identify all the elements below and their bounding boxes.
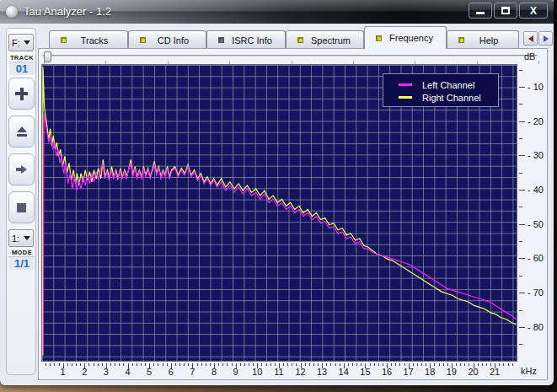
axis-tick (305, 363, 306, 366)
axis-tick (309, 363, 310, 366)
track-number: 01 (9, 62, 35, 75)
add-button[interactable] (8, 78, 35, 110)
axis-tick (253, 363, 254, 366)
x-axis-tick-label: 7 (184, 367, 201, 377)
axis-tick (395, 363, 396, 366)
axis-tick (46, 363, 46, 366)
plus-icon (15, 88, 28, 100)
axis-tick (292, 363, 292, 366)
axis-tick (98, 363, 99, 366)
spectrum-lines (42, 65, 518, 362)
axis-tick (482, 363, 483, 366)
axis-tick (158, 363, 158, 366)
tab-cd-info[interactable]: CD Info (128, 30, 206, 49)
axis-tick (399, 363, 400, 366)
axis-tick (206, 363, 206, 366)
tab-isrc-info[interactable]: ISRC Info (206, 30, 286, 49)
axis-tick (519, 310, 522, 311)
axis-tick (72, 363, 72, 366)
minimize-button[interactable] (469, 3, 492, 19)
axis-tick (519, 293, 525, 293)
axis-tick (519, 258, 525, 259)
axis-tick (486, 363, 487, 366)
x-axis-unit: kHz (521, 366, 537, 376)
y-axis-tick-label: - 50 (528, 219, 544, 229)
axis-tick (296, 363, 297, 366)
axis-tick (370, 363, 371, 366)
axis-tick (266, 363, 267, 366)
axis-tick (287, 363, 288, 366)
zoom-slider[interactable] (42, 55, 538, 58)
axis-tick (519, 173, 522, 174)
x-axis-tick-label: 17 (400, 367, 417, 377)
axis-tick (519, 138, 522, 139)
tab-led-icon (458, 37, 464, 43)
maximize-button[interactable] (494, 3, 517, 19)
axis-tick (340, 363, 340, 366)
tab-led-icon (61, 37, 67, 43)
close-button[interactable]: X (519, 3, 548, 19)
axis-tick (179, 363, 180, 366)
axis-tick (102, 363, 103, 366)
axis-tick (499, 363, 500, 366)
x-axis-tick-label: 12 (292, 367, 309, 377)
x-axis-tick-label: 5 (141, 367, 158, 377)
legend: Left Channel Right Channel (383, 73, 499, 107)
legend-label: Right Channel (422, 93, 481, 103)
mode-select[interactable]: 1: (8, 229, 34, 247)
title-bar[interactable]: Tau Analyzer - 1.2 X (0, 0, 554, 24)
minimize-icon (476, 12, 485, 14)
axis-tick (519, 70, 522, 71)
axis-tick (80, 363, 81, 366)
chevron-down-icon (24, 236, 30, 240)
x-axis-tick-label: 15 (356, 367, 373, 377)
tab-help[interactable]: Help (447, 30, 519, 49)
x-axis-tick-label: 6 (163, 367, 179, 377)
left-channel-swatch-icon (399, 83, 412, 86)
drive-select[interactable]: F: (8, 34, 34, 51)
tab-frequency[interactable]: Frequency (364, 26, 447, 49)
tab-led-icon (376, 35, 382, 41)
maximize-icon (501, 7, 510, 14)
x-axis-tick-label: 4 (120, 367, 137, 377)
axis-tick (227, 363, 228, 366)
axis-tick (508, 363, 509, 366)
axis-tick (503, 363, 504, 366)
track-label: TRACK (7, 54, 37, 62)
tab-led-icon (140, 37, 146, 43)
axis-tick (404, 363, 405, 366)
axis-tick (519, 155, 525, 156)
axis-tick (283, 363, 284, 366)
stop-button[interactable] (8, 191, 35, 223)
close-icon: X (530, 5, 537, 17)
tab-label: Help (464, 35, 518, 46)
series-right-channel (43, 67, 517, 355)
axis-tick (519, 87, 525, 88)
axis-tick (460, 363, 461, 366)
axis-tick (413, 363, 414, 366)
axis-tick (361, 363, 362, 366)
y-axis-tick-label: - 70 (528, 287, 544, 298)
tab-scroll-left-button[interactable] (523, 31, 538, 46)
axis-tick (330, 363, 331, 366)
tab-scroll-right-button[interactable] (538, 31, 553, 46)
axis-tick (201, 363, 202, 366)
axis-tick (434, 363, 435, 366)
y-axis-tick-label: - 60 (528, 253, 544, 263)
axis-tick (88, 363, 89, 366)
eject-button[interactable] (8, 115, 35, 148)
tab-spectrum[interactable]: Spectrum (286, 30, 364, 49)
axis-tick (163, 363, 163, 366)
axis-tick (519, 241, 522, 242)
axis-tick (240, 363, 241, 366)
axis-tick (519, 344, 522, 345)
play-button[interactable] (8, 153, 35, 185)
axis-tick (439, 363, 440, 366)
axis-tick (153, 363, 154, 366)
x-axis-tick-label: 20 (465, 367, 482, 377)
axis-tick (313, 363, 314, 366)
tab-tracks[interactable]: Tracks (49, 30, 128, 49)
axis-tick (76, 363, 77, 366)
axis-tick (119, 363, 120, 366)
axis-tick (374, 363, 375, 366)
